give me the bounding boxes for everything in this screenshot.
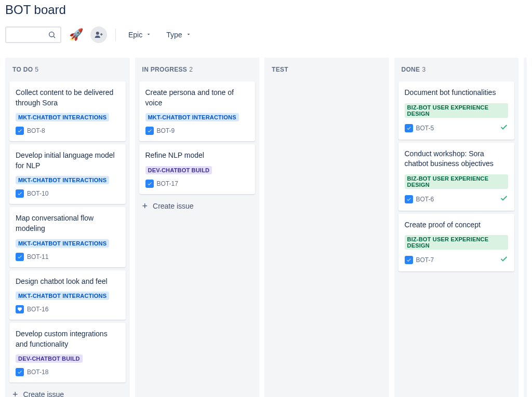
search-input[interactable] xyxy=(5,26,61,43)
card-title: Design chatbot look and feel xyxy=(16,277,119,287)
column-count: 3 xyxy=(422,66,425,73)
issue-card[interactable]: Develop custom integrations and function… xyxy=(9,323,126,382)
chevron-down-icon xyxy=(185,31,192,39)
epic-tag[interactable]: DEV-CHATBOT BUILD xyxy=(16,354,83,363)
epic-tag[interactable]: MKT-CHATBOT INTERACTIONS xyxy=(16,176,109,184)
card-footer: BOT-8 xyxy=(16,127,119,135)
done-check-icon xyxy=(500,255,508,265)
card-footer-left: BOT-16 xyxy=(16,305,48,313)
rocket-icon: 🚀 xyxy=(69,28,83,42)
issue-id: BOT-17 xyxy=(157,180,178,187)
card-title: Conduct workshop: Sora chatbot business … xyxy=(405,149,509,169)
issue-type-task-icon xyxy=(405,195,413,203)
toolbar-divider xyxy=(115,29,116,41)
issue-type-task-icon xyxy=(145,127,154,135)
search-icon xyxy=(48,31,56,39)
card-footer-left: BOT-6 xyxy=(405,195,434,203)
card-footer-left: BOT-9 xyxy=(145,127,175,135)
card-footer: BOT-11 xyxy=(16,253,119,261)
search-field[interactable] xyxy=(10,31,48,39)
card-title: Document bot functionalities xyxy=(405,88,509,98)
issue-id: BOT-18 xyxy=(27,368,48,376)
issue-type-task-icon xyxy=(145,180,154,188)
issue-card[interactable]: Refine NLP modelDEV-CHATBOT BUILDBOT-17 xyxy=(139,144,256,194)
issue-id: BOT-9 xyxy=(157,127,175,134)
column-header: IN PROGRESS2 xyxy=(139,62,256,78)
column-todo: TO DO5Collect content to be delivered th… xyxy=(5,58,130,397)
epic-tag[interactable]: MKT-CHATBOT INTERACTIONS xyxy=(16,239,109,248)
column-count: 2 xyxy=(189,66,193,73)
create-issue-button[interactable]: +Create issue xyxy=(139,197,256,215)
svg-point-2 xyxy=(96,32,99,35)
add-people-button[interactable] xyxy=(90,26,107,43)
card-footer-left: BOT-7 xyxy=(405,256,434,264)
next-column-sliver xyxy=(524,58,527,397)
issue-type-task-icon xyxy=(16,189,24,198)
column-title: DONE xyxy=(402,66,420,73)
create-issue-label: Create issue xyxy=(23,390,64,397)
issue-type-task-icon xyxy=(405,256,413,264)
svg-point-0 xyxy=(49,32,54,37)
issue-type-task-icon xyxy=(16,127,24,135)
column-title: TEST xyxy=(272,66,288,73)
issue-id: BOT-8 xyxy=(27,127,45,134)
card-title: Collect content to be delivered through … xyxy=(16,88,119,108)
issue-id: BOT-16 xyxy=(27,306,48,313)
card-footer: BOT-7 xyxy=(405,255,509,265)
issue-id: BOT-10 xyxy=(27,190,48,197)
issue-id: BOT-7 xyxy=(416,256,434,264)
card-title: Develop custom integrations and function… xyxy=(16,329,119,349)
card-footer-left: BOT-10 xyxy=(16,189,48,198)
epic-dropdown[interactable]: Epic xyxy=(124,29,156,41)
issue-card[interactable]: Develop initial language model for NLPMK… xyxy=(9,144,126,204)
issue-card[interactable]: Document bot functionalitiesBIZ-BOT USER… xyxy=(398,81,515,140)
card-title: Create proof of concept xyxy=(405,220,509,230)
card-footer: BOT-17 xyxy=(145,180,249,188)
create-issue-button[interactable]: +Create issue xyxy=(9,386,126,397)
issue-type-task-icon xyxy=(16,253,24,261)
epic-tag[interactable]: DEV-CHATBOT BUILD xyxy=(145,166,212,174)
epic-tag[interactable]: BIZ-BOT USER EXPERIENCE DESIGN xyxy=(405,103,509,118)
epic-tag[interactable]: MKT-CHATBOT INTERACTIONS xyxy=(16,113,109,121)
issue-type-design-icon xyxy=(16,305,24,313)
type-label: Type xyxy=(166,31,182,39)
column-count: 5 xyxy=(35,66,38,73)
card-footer: BOT-16 xyxy=(16,305,119,313)
card-title: Create persona and tone of voice xyxy=(145,88,249,108)
issue-card[interactable]: Collect content to be delivered through … xyxy=(9,81,126,141)
column-test: TEST xyxy=(264,58,389,397)
epic-tag[interactable]: BIZ-BOT USER EXPERIENCE DESIGN xyxy=(405,235,509,250)
create-issue-label: Create issue xyxy=(153,202,194,210)
plus-icon: + xyxy=(142,201,148,211)
done-check-icon xyxy=(500,194,508,204)
column-header: TEST xyxy=(269,62,385,78)
issue-type-task-icon xyxy=(405,124,413,132)
page-header: BOT board xyxy=(5,0,527,26)
card-footer: BOT-6 xyxy=(405,194,509,204)
card-footer: BOT-9 xyxy=(145,127,249,135)
avatar-rocket[interactable]: 🚀 xyxy=(68,26,84,43)
type-dropdown[interactable]: Type xyxy=(162,29,195,41)
card-title: Map conversational flow modeling xyxy=(16,213,119,234)
card-title: Develop initial language model for NLP xyxy=(16,150,119,171)
issue-id: BOT-11 xyxy=(27,253,48,261)
column-inprogress: IN PROGRESS2Create persona and tone of v… xyxy=(135,58,260,397)
card-footer-left: BOT-18 xyxy=(16,368,48,376)
epic-tag[interactable]: MKT-CHATBOT INTERACTIONS xyxy=(16,292,109,300)
issue-card[interactable]: Create proof of conceptBIZ-BOT USER EXPE… xyxy=(398,214,515,272)
epic-tag[interactable]: BIZ-BOT USER EXPERIENCE DESIGN xyxy=(405,174,509,189)
issue-card[interactable]: Conduct workshop: Sora chatbot business … xyxy=(398,143,515,211)
card-footer: BOT-10 xyxy=(16,189,119,198)
issue-card[interactable]: Design chatbot look and feelMKT-CHATBOT … xyxy=(9,270,126,320)
svg-line-1 xyxy=(54,36,55,38)
issue-card[interactable]: Map conversational flow modelingMKT-CHAT… xyxy=(9,207,126,267)
issue-card[interactable]: Create persona and tone of voiceMKT-CHAT… xyxy=(139,81,256,141)
epic-tag[interactable]: MKT-CHATBOT INTERACTIONS xyxy=(145,113,239,121)
card-footer: BOT-18 xyxy=(16,368,119,376)
card-footer: BOT-5 xyxy=(405,123,509,133)
card-footer-left: BOT-5 xyxy=(405,124,434,132)
issue-type-task-icon xyxy=(16,368,24,376)
issue-id: BOT-6 xyxy=(416,196,434,203)
card-title: Refine NLP model xyxy=(145,150,249,161)
column-title: IN PROGRESS xyxy=(142,66,188,73)
